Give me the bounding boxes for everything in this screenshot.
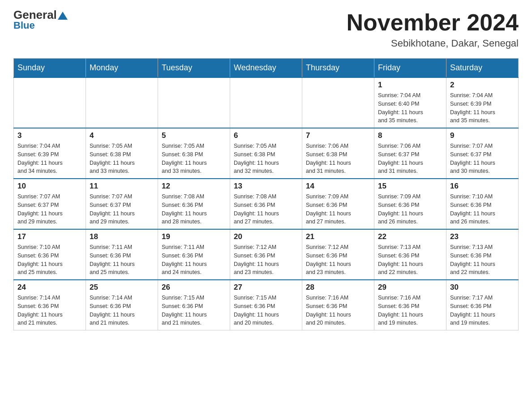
main-title: November 2024 [347, 9, 519, 36]
calendar-cell [14, 77, 86, 128]
day-info: Sunrise: 7:16 AM Sunset: 6:36 PM Dayligh… [306, 294, 370, 327]
day-info: Sunrise: 7:06 AM Sunset: 6:37 PM Dayligh… [378, 142, 442, 176]
day-info: Sunrise: 7:10 AM Sunset: 6:36 PM Dayligh… [450, 193, 515, 226]
calendar-cell: 2Sunrise: 7:04 AM Sunset: 6:39 PM Daylig… [446, 77, 519, 128]
calendar-cell: 3Sunrise: 7:04 AM Sunset: 6:39 PM Daylig… [14, 128, 86, 179]
calendar-cell: 13Sunrise: 7:08 AM Sunset: 6:36 PM Dayli… [230, 179, 302, 229]
day-info: Sunrise: 7:15 AM Sunset: 6:36 PM Dayligh… [162, 294, 226, 327]
day-number: 29 [378, 283, 442, 292]
calendar-week-row: 17Sunrise: 7:10 AM Sunset: 6:36 PM Dayli… [14, 229, 519, 280]
day-number: 27 [234, 283, 298, 292]
day-number: 5 [162, 131, 226, 140]
calendar-cell: 23Sunrise: 7:13 AM Sunset: 6:36 PM Dayli… [446, 229, 519, 280]
calendar-cell: 24Sunrise: 7:14 AM Sunset: 6:36 PM Dayli… [14, 280, 86, 330]
day-info: Sunrise: 7:15 AM Sunset: 6:36 PM Dayligh… [234, 294, 298, 327]
svg-marker-0 [58, 12, 68, 20]
logo-general-text: General [13, 9, 68, 21]
calendar-cell: 29Sunrise: 7:16 AM Sunset: 6:36 PM Dayli… [374, 280, 446, 330]
day-number: 4 [90, 131, 154, 140]
day-info: Sunrise: 7:04 AM Sunset: 6:39 PM Dayligh… [450, 91, 515, 125]
day-number: 30 [450, 283, 515, 292]
calendar-cell: 22Sunrise: 7:13 AM Sunset: 6:36 PM Dayli… [374, 229, 446, 280]
day-header-monday: Monday [86, 59, 158, 78]
day-info: Sunrise: 7:07 AM Sunset: 6:37 PM Dayligh… [450, 142, 515, 176]
calendar-cell: 26Sunrise: 7:15 AM Sunset: 6:36 PM Dayli… [158, 280, 230, 330]
day-number: 24 [17, 283, 82, 292]
day-info: Sunrise: 7:07 AM Sunset: 6:37 PM Dayligh… [17, 193, 82, 226]
day-info: Sunrise: 7:11 AM Sunset: 6:36 PM Dayligh… [162, 243, 226, 277]
calendar-cell: 14Sunrise: 7:09 AM Sunset: 6:36 PM Dayli… [302, 179, 374, 229]
day-number: 3 [17, 131, 82, 140]
day-number: 25 [90, 283, 154, 292]
logo-blue-text: Blue [13, 20, 35, 31]
day-number: 11 [90, 182, 154, 191]
day-header-saturday: Saturday [446, 59, 519, 78]
day-info: Sunrise: 7:11 AM Sunset: 6:36 PM Dayligh… [90, 243, 154, 277]
calendar-cell: 15Sunrise: 7:09 AM Sunset: 6:36 PM Dayli… [374, 179, 446, 229]
calendar-cell: 18Sunrise: 7:11 AM Sunset: 6:36 PM Dayli… [86, 229, 158, 280]
calendar-cell [302, 77, 374, 128]
day-number: 1 [378, 81, 442, 90]
calendar-cell: 19Sunrise: 7:11 AM Sunset: 6:36 PM Dayli… [158, 229, 230, 280]
day-info: Sunrise: 7:14 AM Sunset: 6:36 PM Dayligh… [90, 294, 154, 327]
day-info: Sunrise: 7:06 AM Sunset: 6:38 PM Dayligh… [306, 142, 370, 176]
calendar-cell: 28Sunrise: 7:16 AM Sunset: 6:36 PM Dayli… [302, 280, 374, 330]
calendar-cell: 30Sunrise: 7:17 AM Sunset: 6:36 PM Dayli… [446, 280, 519, 330]
day-number: 8 [378, 131, 442, 140]
day-number: 23 [450, 232, 515, 241]
calendar-table: SundayMondayTuesdayWednesdayThursdayFrid… [13, 58, 519, 330]
calendar-cell: 6Sunrise: 7:05 AM Sunset: 6:38 PM Daylig… [230, 128, 302, 179]
day-number: 14 [306, 182, 370, 191]
calendar-cell: 25Sunrise: 7:14 AM Sunset: 6:36 PM Dayli… [86, 280, 158, 330]
calendar-week-row: 1Sunrise: 7:04 AM Sunset: 6:40 PM Daylig… [14, 77, 519, 128]
day-info: Sunrise: 7:05 AM Sunset: 6:38 PM Dayligh… [234, 142, 298, 176]
title-area: November 2024 Sebikhotane, Dakar, Senega… [347, 9, 519, 49]
day-number: 7 [306, 131, 370, 140]
calendar-cell: 17Sunrise: 7:10 AM Sunset: 6:36 PM Dayli… [14, 229, 86, 280]
calendar-cell: 4Sunrise: 7:05 AM Sunset: 6:38 PM Daylig… [86, 128, 158, 179]
day-number: 19 [162, 232, 226, 241]
day-header-wednesday: Wednesday [230, 59, 302, 78]
day-header-tuesday: Tuesday [158, 59, 230, 78]
day-info: Sunrise: 7:09 AM Sunset: 6:36 PM Dayligh… [306, 193, 370, 226]
day-info: Sunrise: 7:17 AM Sunset: 6:36 PM Dayligh… [450, 294, 515, 327]
day-info: Sunrise: 7:04 AM Sunset: 6:40 PM Dayligh… [378, 91, 442, 125]
calendar-cell: 27Sunrise: 7:15 AM Sunset: 6:36 PM Dayli… [230, 280, 302, 330]
calendar-cell: 9Sunrise: 7:07 AM Sunset: 6:37 PM Daylig… [446, 128, 519, 179]
day-info: Sunrise: 7:10 AM Sunset: 6:36 PM Dayligh… [17, 243, 82, 277]
calendar-cell: 10Sunrise: 7:07 AM Sunset: 6:37 PM Dayli… [14, 179, 86, 229]
day-number: 21 [306, 232, 370, 241]
day-info: Sunrise: 7:09 AM Sunset: 6:36 PM Dayligh… [378, 193, 442, 226]
page-header: General Blue November 2024 Sebikhotane, … [13, 9, 519, 49]
day-number: 10 [17, 182, 82, 191]
day-number: 2 [450, 81, 515, 90]
calendar-week-row: 10Sunrise: 7:07 AM Sunset: 6:37 PM Dayli… [14, 179, 519, 229]
day-info: Sunrise: 7:12 AM Sunset: 6:36 PM Dayligh… [306, 243, 370, 277]
day-number: 18 [90, 232, 154, 241]
day-number: 28 [306, 283, 370, 292]
day-info: Sunrise: 7:08 AM Sunset: 6:36 PM Dayligh… [234, 193, 298, 226]
calendar-cell: 21Sunrise: 7:12 AM Sunset: 6:36 PM Dayli… [302, 229, 374, 280]
calendar-cell: 20Sunrise: 7:12 AM Sunset: 6:36 PM Dayli… [230, 229, 302, 280]
day-header-thursday: Thursday [302, 59, 374, 78]
calendar-cell: 8Sunrise: 7:06 AM Sunset: 6:37 PM Daylig… [374, 128, 446, 179]
calendar-cell: 1Sunrise: 7:04 AM Sunset: 6:40 PM Daylig… [374, 77, 446, 128]
day-info: Sunrise: 7:04 AM Sunset: 6:39 PM Dayligh… [17, 142, 82, 176]
day-number: 20 [234, 232, 298, 241]
calendar-cell: 5Sunrise: 7:05 AM Sunset: 6:38 PM Daylig… [158, 128, 230, 179]
day-info: Sunrise: 7:14 AM Sunset: 6:36 PM Dayligh… [17, 294, 82, 327]
calendar-week-row: 3Sunrise: 7:04 AM Sunset: 6:39 PM Daylig… [14, 128, 519, 179]
day-header-friday: Friday [374, 59, 446, 78]
calendar-header-row: SundayMondayTuesdayWednesdayThursdayFrid… [14, 59, 519, 78]
calendar-cell [158, 77, 230, 128]
day-number: 16 [450, 182, 515, 191]
day-number: 13 [234, 182, 298, 191]
day-info: Sunrise: 7:05 AM Sunset: 6:38 PM Dayligh… [90, 142, 154, 176]
day-info: Sunrise: 7:13 AM Sunset: 6:36 PM Dayligh… [450, 243, 515, 277]
calendar-week-row: 24Sunrise: 7:14 AM Sunset: 6:36 PM Dayli… [14, 280, 519, 330]
day-header-sunday: Sunday [14, 59, 86, 78]
calendar-cell: 7Sunrise: 7:06 AM Sunset: 6:38 PM Daylig… [302, 128, 374, 179]
day-info: Sunrise: 7:05 AM Sunset: 6:38 PM Dayligh… [162, 142, 226, 176]
day-number: 26 [162, 283, 226, 292]
subtitle: Sebikhotane, Dakar, Senegal [347, 38, 519, 49]
